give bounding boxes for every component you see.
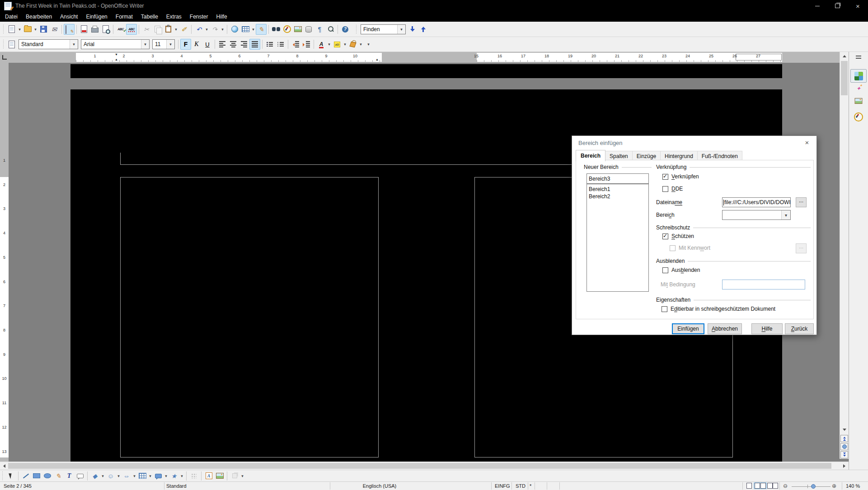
scroll-down-button[interactable]	[840, 425, 849, 434]
table-button[interactable]	[240, 24, 251, 35]
status-page-number[interactable]: Seite 2 / 345	[4, 483, 32, 489]
protect-checkbox-label[interactable]: Schützen	[671, 233, 694, 239]
view-multi-page-button[interactable]	[754, 482, 767, 489]
status-language[interactable]: Englisch (USA)	[334, 483, 425, 489]
toolbar-grip[interactable]	[2, 40, 5, 49]
condition-input[interactable]	[722, 280, 805, 289]
chevron-down-icon[interactable]	[141, 40, 149, 49]
menu-item[interactable]: Datei	[1, 14, 22, 20]
minimize-button[interactable]	[807, 0, 827, 12]
highlighting-dropdown[interactable]	[343, 39, 347, 50]
basic-shapes-button[interactable]: ◆	[89, 471, 100, 481]
insert-image-button[interactable]	[214, 471, 225, 481]
section-name-input[interactable]: Bereich3	[586, 173, 649, 184]
menu-item[interactable]: Hilfe	[212, 14, 231, 20]
first-line-indent-marker[interactable]: ▼	[115, 53, 118, 56]
export-pdf-button[interactable]	[79, 24, 89, 35]
navigation-button[interactable]	[840, 443, 848, 450]
open-dropdown[interactable]	[33, 24, 38, 35]
spellcheck-button[interactable]	[115, 24, 126, 35]
select-button[interactable]	[5, 471, 16, 481]
menu-item[interactable]: Format	[112, 14, 137, 20]
stars-button[interactable]: ★	[169, 471, 179, 481]
vertical-ruler[interactable]: 12345678910111213	[0, 63, 9, 462]
toolbar-grip[interactable]	[2, 25, 5, 34]
data-sources-button[interactable]	[303, 24, 314, 35]
scroll-right-button[interactable]	[840, 462, 848, 470]
zoom-button[interactable]	[325, 24, 336, 35]
symbol-shapes-dropdown[interactable]	[116, 471, 121, 481]
status-selection-mode[interactable]: STD	[516, 483, 525, 489]
find-combobox[interactable]: Finden	[361, 24, 406, 34]
bold-button[interactable]: F	[180, 39, 191, 50]
font-color-dropdown[interactable]	[327, 39, 332, 50]
menu-item[interactable]: Bearbeiten	[22, 14, 56, 20]
chevron-down-icon[interactable]	[70, 40, 78, 49]
align-center-button[interactable]	[228, 39, 239, 50]
sidebar-menu-button[interactable]	[856, 56, 861, 59]
sidebar-tab-gallery[interactable]	[855, 98, 863, 104]
new-document-button[interactable]	[6, 24, 17, 35]
edit-mode-button[interactable]: ✎	[64, 24, 75, 35]
view-book-button[interactable]	[766, 482, 779, 489]
table-dropdown[interactable]	[251, 24, 256, 35]
email-button[interactable]: ✉	[49, 24, 60, 35]
filename-input[interactable]: file:///C:/Users/DIVID/DOWI	[722, 197, 791, 207]
editable-checkbox-label[interactable]: Editierbar in schreibgeschütztem Dokumen…	[671, 306, 775, 312]
show-draw-functions-button[interactable]: ✎	[256, 24, 267, 35]
section-column-left[interactable]	[120, 177, 379, 457]
background-color-button[interactable]	[347, 39, 358, 50]
hide-checkbox-label[interactable]: Ausblenden	[671, 267, 700, 273]
left-indent-marker[interactable]: ▲	[115, 58, 118, 61]
vertical-scroll-thumb[interactable]	[841, 61, 848, 95]
font-name-combobox[interactable]: Arial	[81, 39, 150, 49]
dde-checkbox[interactable]	[662, 186, 668, 192]
justify-button[interactable]	[249, 39, 260, 50]
navigator-button[interactable]	[282, 24, 292, 35]
open-button[interactable]	[22, 24, 33, 35]
background-color-dropdown[interactable]	[358, 39, 363, 50]
new-document-dropdown[interactable]	[17, 24, 22, 35]
menu-item[interactable]: Tabelle	[137, 14, 162, 20]
status-insert-mode[interactable]: EINFG	[495, 483, 510, 489]
print-preview-button[interactable]	[100, 24, 111, 35]
toolbar-grip[interactable]	[1, 471, 4, 481]
fontwork-button[interactable]	[203, 471, 214, 481]
formatting-marks-button[interactable]: ¶	[314, 24, 325, 35]
section-listbox[interactable]: Bereich1Bereich2	[586, 184, 649, 292]
underline-button[interactable]: U	[202, 39, 213, 50]
help-button[interactable]	[340, 24, 351, 35]
hyperlink-button[interactable]	[229, 24, 240, 35]
insert-rectangle-button[interactable]	[31, 471, 42, 481]
align-right-button[interactable]	[239, 39, 249, 50]
block-arrows-button[interactable]: ⇔	[121, 471, 132, 481]
chevron-down-icon[interactable]	[166, 40, 174, 49]
view-single-page-button[interactable]	[746, 482, 753, 489]
symbol-shapes-button[interactable]: ☺	[105, 471, 116, 481]
section-list-item[interactable]: Bereich1	[587, 186, 648, 193]
drawing-overflow-dropdown[interactable]	[240, 471, 245, 481]
editable-checkbox[interactable]	[662, 306, 667, 312]
help-dialog-button[interactable]: Hilfe	[751, 323, 783, 334]
status-page-style[interactable]: Standard	[166, 483, 187, 489]
tab-stop-selector[interactable]	[0, 52, 9, 63]
styles-panel-button[interactable]	[6, 39, 17, 50]
insert-line-button[interactable]	[20, 471, 31, 481]
link-checkbox-label[interactable]: Verknüpfen	[671, 173, 699, 180]
section-dropdown[interactable]	[722, 210, 791, 220]
increase-indent-button[interactable]	[301, 39, 312, 50]
status-zoom-level[interactable]: 140 %	[846, 483, 860, 489]
redo-dropdown[interactable]	[220, 24, 225, 35]
bullet-list-button[interactable]	[275, 39, 286, 50]
zoom-in-icon[interactable]: ⊕	[832, 483, 836, 489]
sidebar-tab-styles[interactable]	[856, 85, 861, 92]
section-list-item[interactable]: Bereich2	[587, 193, 648, 200]
undo-button[interactable]: ↶	[193, 24, 204, 35]
callouts-button[interactable]	[153, 471, 164, 481]
dialog-close-button[interactable]: ×	[801, 138, 813, 147]
cancel-button[interactable]: Abbrechen	[708, 323, 742, 334]
flowchart-button[interactable]	[137, 471, 148, 481]
auto-spellcheck-button[interactable]	[126, 24, 137, 35]
hide-checkbox[interactable]	[662, 267, 668, 273]
align-left-button[interactable]	[217, 39, 228, 50]
